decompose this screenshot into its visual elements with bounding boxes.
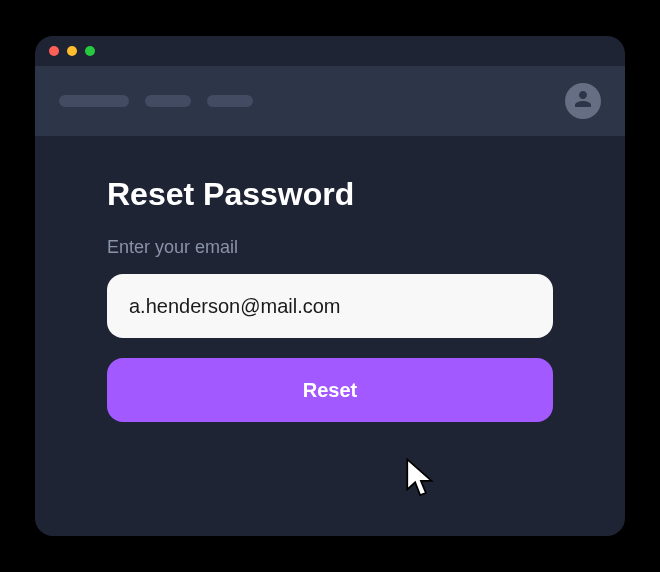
window-titlebar bbox=[35, 36, 625, 66]
cursor-icon bbox=[405, 458, 441, 498]
email-label: Enter your email bbox=[107, 237, 553, 258]
minimize-window-button[interactable] bbox=[67, 46, 77, 56]
nav-placeholder bbox=[207, 95, 253, 107]
avatar[interactable] bbox=[565, 83, 601, 119]
app-header bbox=[35, 66, 625, 136]
nav-placeholder bbox=[145, 95, 191, 107]
maximize-window-button[interactable] bbox=[85, 46, 95, 56]
email-field[interactable] bbox=[107, 274, 553, 338]
page-title: Reset Password bbox=[107, 176, 553, 213]
reset-button[interactable]: Reset bbox=[107, 358, 553, 422]
close-window-button[interactable] bbox=[49, 46, 59, 56]
user-icon bbox=[571, 87, 595, 115]
reset-password-form: Reset Password Enter your email Reset bbox=[35, 136, 625, 422]
nav-placeholder bbox=[59, 95, 129, 107]
app-window: Reset Password Enter your email Reset bbox=[35, 36, 625, 536]
